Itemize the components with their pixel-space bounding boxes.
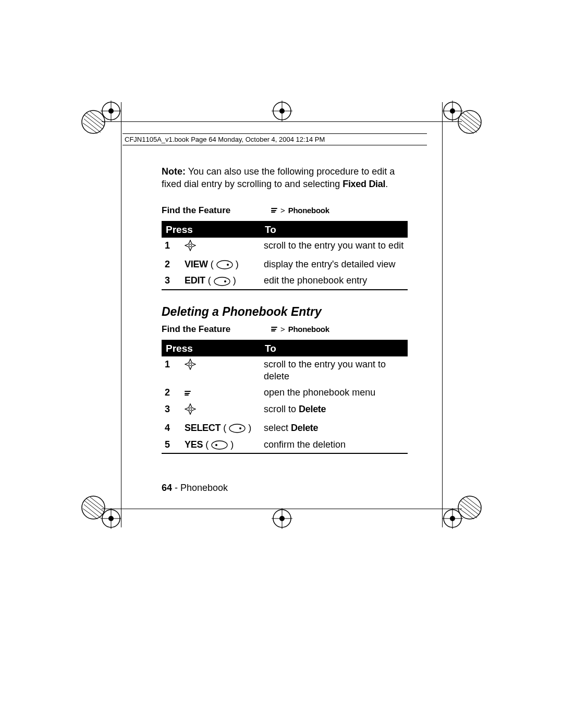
step-number: 4	[162, 420, 181, 436]
svg-point-11	[450, 108, 455, 114]
to-cell: confirm the deletion	[261, 437, 408, 453]
to-bold: Delete	[299, 404, 326, 414]
register-circle-tl	[81, 109, 106, 137]
svg-marker-56	[185, 404, 195, 414]
to-cell: scroll to the entry you want to edit	[261, 238, 408, 256]
svg-line-27	[86, 113, 104, 126]
step-number: 2	[162, 256, 181, 273]
svg-point-50	[217, 261, 232, 269]
crop-line-top	[102, 121, 462, 122]
svg-line-39	[86, 498, 104, 512]
find-feature-label: Find the Feature	[162, 324, 271, 335]
find-feature-row-2: Find the Feature > Phonebook	[162, 324, 408, 335]
table-row: 3EDIT ( )edit the phonebook entry	[162, 273, 408, 289]
svg-point-57	[189, 408, 192, 410]
to-cell: edit the phonebook entry	[261, 273, 408, 289]
svg-point-23	[450, 516, 455, 521]
find-feature-path: > Phonebook	[271, 206, 329, 215]
step-number: 3	[162, 273, 181, 289]
to-cell: display the entry's detailed view	[261, 256, 408, 273]
path-phonebook: Phonebook	[288, 206, 329, 215]
steps-table-1: Press To 1scroll to the entry you want t…	[162, 221, 408, 290]
softkey-label: VIEW	[185, 259, 208, 269]
table-row: 2open the phonebook menu	[162, 385, 408, 401]
svg-point-7	[279, 108, 285, 114]
svg-line-33	[462, 113, 480, 126]
table-row: 4SELECT ( )select Delete	[162, 420, 408, 436]
page-footer: 64 - Phonebook	[162, 483, 228, 493]
svg-point-19	[279, 516, 285, 521]
register-circle-tr	[457, 109, 482, 137]
crop-mark-top-center	[272, 101, 292, 121]
svg-marker-54	[185, 359, 195, 369]
col-press: Press	[162, 221, 261, 238]
svg-line-25	[84, 115, 103, 129]
col-to: To	[261, 340, 408, 356]
to-cell: open the phonebook menu	[261, 385, 408, 401]
menu-icon	[271, 326, 277, 332]
svg-point-3	[108, 108, 114, 114]
crop-mark-bottom-center	[272, 508, 292, 529]
svg-point-61	[215, 444, 217, 446]
svg-point-53	[224, 280, 226, 282]
to-text: scroll to the entry you want to delete	[264, 359, 386, 381]
table-row: 1scroll to the entry you want to edit	[162, 238, 408, 256]
softkey-label: SELECT	[185, 423, 221, 433]
fixed-dial-label: Fixed Dial	[342, 179, 385, 189]
footer-section: Phonebook	[180, 483, 228, 493]
svg-point-59	[239, 427, 241, 429]
table-row: 5YES ( )confirm the deletion	[162, 437, 408, 453]
svg-point-15	[108, 516, 114, 521]
to-text: open the phonebook menu	[264, 387, 375, 398]
col-press: Press	[162, 340, 261, 356]
note-period: .	[385, 179, 388, 189]
find-feature-label: Find the Feature	[162, 205, 271, 216]
find-feature-path: > Phonebook	[271, 325, 329, 334]
press-cell: YES ( )	[181, 437, 261, 453]
path-separator: >	[280, 206, 285, 215]
svg-marker-48	[185, 240, 195, 251]
to-text: confirm the deletion	[264, 439, 346, 450]
table-row: 1scroll to the entry you want to delete	[162, 356, 408, 385]
steps-table-2: Press To 1scroll to the entry you want t…	[162, 340, 408, 454]
footer-sep: -	[172, 483, 180, 493]
svg-line-43	[460, 500, 479, 515]
svg-point-55	[189, 363, 192, 365]
svg-line-45	[462, 498, 480, 512]
step-number: 5	[162, 437, 181, 453]
register-circle-bl	[81, 495, 106, 522]
table-row: 3scroll to Delete	[162, 401, 408, 420]
svg-point-49	[189, 244, 192, 246]
to-cell: select Delete	[261, 420, 408, 436]
svg-line-31	[460, 115, 479, 129]
svg-point-52	[214, 277, 230, 286]
to-cell: scroll to Delete	[261, 401, 408, 420]
crop-line-left	[121, 102, 121, 527]
to-text: select	[264, 423, 291, 433]
col-to: To	[261, 221, 408, 238]
svg-point-51	[227, 264, 229, 266]
path-separator: >	[280, 325, 285, 334]
step-number: 1	[162, 238, 181, 256]
softkey-label: YES	[185, 439, 203, 450]
note-label: Note:	[162, 166, 186, 177]
section-heading-deleting: Deleting a Phonebook Entry	[162, 305, 408, 319]
press-cell: VIEW ( )	[181, 256, 261, 273]
crop-line-right	[442, 102, 443, 527]
page-number: 64	[162, 483, 172, 493]
press-cell	[181, 401, 261, 420]
register-circle-br	[457, 495, 482, 522]
to-bold: Delete	[291, 423, 318, 433]
step-number: 3	[162, 401, 181, 420]
path-phonebook: Phonebook	[288, 325, 329, 334]
page-header: CFJN1105A_v1.book Page 64 Monday, Octobe…	[123, 133, 427, 145]
press-cell: EDIT ( )	[181, 273, 261, 289]
svg-point-60	[212, 441, 227, 449]
table-row: 2VIEW ( )display the entry's detailed vi…	[162, 256, 408, 273]
menu-icon	[271, 207, 277, 214]
press-cell: SELECT ( )	[181, 420, 261, 436]
to-text: scroll to	[264, 404, 299, 414]
note-paragraph: Note: You can also use the following pro…	[162, 166, 408, 191]
press-cell	[181, 385, 261, 401]
svg-point-58	[229, 424, 245, 433]
